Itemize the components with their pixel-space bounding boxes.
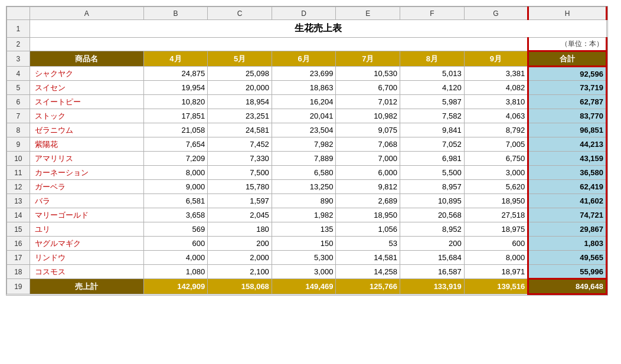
sep-cell: 3,810 (464, 95, 528, 109)
product-name-cell: スイセン (30, 81, 143, 95)
total-cell: 83,770 (528, 109, 607, 123)
table-row: 13バラ6,5811,5978902,68910,89518,95041,602 (7, 194, 607, 208)
total-cell: 49,565 (528, 251, 607, 265)
apr-cell: 21,058 (143, 123, 208, 137)
aug-cell: 15,684 (400, 251, 465, 265)
col-e-header: E (336, 7, 400, 20)
may-cell: 15,780 (208, 180, 272, 194)
sep-cell: 5,620 (464, 180, 528, 194)
table-row: 17リンドウ4,0002,0005,30014,58115,6848,00049… (7, 251, 607, 265)
apr-cell: 9,000 (143, 180, 208, 194)
row-6-num: 6 (7, 95, 30, 109)
row-4-num: 4 (7, 67, 30, 81)
apr-cell: 4,000 (143, 251, 208, 265)
jun-cell: 5,300 (272, 251, 336, 265)
may-cell: 23,251 (208, 109, 272, 123)
col-a-header: A (30, 7, 143, 20)
sep-cell: 4,082 (464, 81, 528, 95)
col-g-header: G (464, 7, 528, 20)
apr-cell: 10,820 (143, 95, 208, 109)
product-name-cell: コスモス (30, 265, 143, 279)
row-7-num: 7 (7, 109, 30, 123)
row-9-num: 9 (7, 137, 30, 152)
footer-sep-cell: 139,516 (464, 279, 528, 294)
table-row: 6スイートピー10,82018,95416,2047,0125,9873,810… (7, 95, 607, 109)
jun-cell: 135 (272, 222, 336, 237)
header-jul: 7月 (336, 51, 400, 67)
row-8-num: 8 (7, 123, 30, 137)
jun-cell: 20,041 (272, 109, 336, 123)
aug-cell: 7,052 (400, 137, 465, 152)
jun-cell: 16,204 (272, 95, 336, 109)
may-cell: 180 (208, 222, 272, 237)
aug-cell: 5,013 (400, 67, 465, 81)
sep-cell: 4,063 (464, 109, 528, 123)
apr-cell: 7,654 (143, 137, 208, 152)
spreadsheet: A B C D E F G H 1 生花売上表 2 （単位：本） (6, 6, 608, 296)
may-cell: 7,452 (208, 137, 272, 152)
header-aug: 8月 (400, 51, 465, 67)
jul-cell: 53 (336, 237, 400, 251)
table-row: 9紫陽花7,6547,4527,9827,0687,0527,00544,213 (7, 137, 607, 152)
product-name-cell: マリーゴールド (30, 208, 143, 222)
row-16-num: 16 (7, 237, 30, 251)
row-5-num: 5 (7, 81, 30, 95)
row-17-num: 17 (7, 251, 30, 265)
total-cell: 44,213 (528, 137, 607, 152)
col-f-header: F (400, 7, 465, 20)
corner-header (7, 7, 30, 20)
aug-cell: 9,841 (400, 123, 465, 137)
footer-may-cell: 158,068 (208, 279, 272, 294)
product-name-cell: 紫陽花 (30, 137, 143, 152)
footer-aug-cell: 133,919 (400, 279, 465, 294)
aug-cell: 4,120 (400, 81, 465, 95)
jul-cell: 10,530 (336, 67, 400, 81)
may-cell: 1,597 (208, 194, 272, 208)
total-cell: 43,159 (528, 152, 607, 166)
aug-cell: 20,568 (400, 208, 465, 222)
total-cell: 62,787 (528, 95, 607, 109)
col-b-header: B (143, 7, 208, 20)
aug-cell: 16,587 (400, 265, 465, 279)
header-may: 5月 (208, 51, 272, 67)
apr-cell: 7,209 (143, 152, 208, 166)
total-cell: 1,803 (528, 237, 607, 251)
col-c-header: C (208, 7, 272, 20)
apr-cell: 3,658 (143, 208, 208, 222)
apr-cell: 569 (143, 222, 208, 237)
total-cell: 92,596 (528, 67, 607, 81)
jun-cell: 890 (272, 194, 336, 208)
sep-cell: 3,000 (464, 166, 528, 180)
sep-cell: 18,971 (464, 265, 528, 279)
jun-cell: 150 (272, 237, 336, 251)
jun-cell: 23,699 (272, 67, 336, 81)
jul-cell: 14,581 (336, 251, 400, 265)
total-cell: 55,996 (528, 265, 607, 279)
footer-apr-cell: 142,909 (143, 279, 208, 294)
table-row: 16ヤグルマギク600200150532006001,803 (7, 237, 607, 251)
total-cell: 41,602 (528, 194, 607, 208)
total-cell: 29,867 (528, 222, 607, 237)
row-1-num: 1 (7, 20, 30, 38)
may-cell: 2,000 (208, 251, 272, 265)
header-jun: 6月 (272, 51, 336, 67)
row-12-num: 12 (7, 180, 30, 194)
product-name-cell: ゼラニウム (30, 123, 143, 137)
may-cell: 18,954 (208, 95, 272, 109)
total-cell: 62,419 (528, 180, 607, 194)
row-14-num: 14 (7, 208, 30, 222)
footer-jul-cell: 125,766 (336, 279, 400, 294)
may-cell: 20,000 (208, 81, 272, 95)
sep-cell: 600 (464, 237, 528, 251)
may-cell: 7,500 (208, 166, 272, 180)
total-cell: 36,580 (528, 166, 607, 180)
row-2-empty (30, 38, 528, 51)
apr-cell: 6,581 (143, 194, 208, 208)
product-name-cell: スイートピー (30, 95, 143, 109)
jul-cell: 7,068 (336, 137, 400, 152)
jul-cell: 9,812 (336, 180, 400, 194)
table-row: 8ゼラニウム21,05824,58123,5049,0759,8418,7929… (7, 123, 607, 137)
jun-cell: 23,504 (272, 123, 336, 137)
apr-cell: 24,875 (143, 67, 208, 81)
table-row: 11カーネーション8,0007,5006,5806,0005,5003,0003… (7, 166, 607, 180)
